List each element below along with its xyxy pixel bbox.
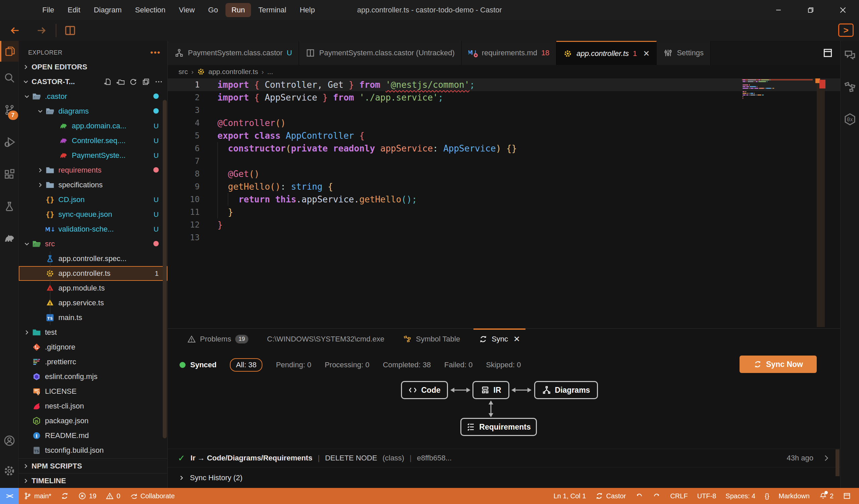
more-actions-icon[interactable] [155, 78, 163, 86]
tree-item-src[interactable]: src [19, 237, 167, 251]
statusbar-crlf[interactable]: CRLF [665, 488, 692, 504]
forward-arrow-icon[interactable] [35, 25, 47, 36]
menu-file[interactable]: File [36, 3, 60, 17]
code-line-11[interactable]: 11 } [168, 206, 840, 219]
sidebar-scrollbar[interactable] [163, 100, 167, 438]
minimap[interactable] [742, 79, 813, 101]
back-arrow-icon[interactable] [10, 25, 21, 36]
new-folder-icon[interactable] [117, 78, 124, 86]
tree-item-paymentsyste-[interactable]: PaymentSyste...U [19, 148, 167, 163]
sync-history-entry[interactable]: ✓ Ir → Code/Diagrams/Requirements | DELE… [168, 449, 840, 468]
tree-item-specifications[interactable]: specifications [19, 178, 167, 192]
menu-go[interactable]: Go [202, 3, 224, 17]
statusbar-markdown[interactable]: Markdown [774, 488, 814, 504]
hex-0x-icon[interactable]: 0x [843, 113, 857, 126]
terminal-prompt-button[interactable]: > [838, 23, 854, 37]
tree-item-readme-md[interactable]: iREADME.md [19, 428, 167, 443]
menu-terminal[interactable]: Terminal [252, 3, 292, 17]
tree-item-nest-cli-json[interactable]: nest-cli.json [19, 399, 167, 413]
menu-view[interactable]: View [173, 3, 201, 17]
tree-item-main-ts[interactable]: TSmain.ts [19, 310, 167, 325]
menu-diagram[interactable]: Diagram [88, 3, 127, 17]
tree-item-test[interactable]: test [19, 325, 167, 340]
symbol-flow-icon[interactable] [843, 80, 857, 94]
workspace-root-section[interactable]: CASTOR-T... [19, 74, 167, 89]
statusbar-spaces-4[interactable]: Spaces: 4 [721, 488, 760, 504]
statusbar--[interactable]: {} [760, 488, 774, 504]
menu-help[interactable]: Help [293, 3, 321, 17]
tree-item--prettierrc[interactable]: .prettierrc [19, 355, 167, 369]
panel-scrollbar[interactable] [835, 450, 840, 476]
activity-testing[interactable] [0, 190, 19, 222]
code-line-2[interactable]: 2import { AppService } from './app.servi… [168, 91, 840, 104]
statusbar-sync[interactable] [56, 488, 74, 504]
close-icon[interactable] [827, 0, 859, 20]
code-line-3[interactable]: 3 [168, 104, 840, 116]
new-file-icon[interactable] [104, 78, 112, 86]
remote-indicator[interactable]: >< [0, 488, 19, 504]
tree-item-app-domain-ca-[interactable]: app.domain.ca...U [19, 119, 167, 133]
tree-item-app-controller-spec-[interactable]: app.controller.spec... [19, 251, 167, 266]
minimize-icon[interactable] [762, 0, 795, 20]
code-line-8[interactable]: 8 @Get() [168, 168, 840, 180]
tree-item-tsconfig-build-json[interactable]: TStsconfig.build.json [19, 443, 167, 458]
close-icon[interactable]: ✕ [643, 49, 650, 58]
editor-tab-paymentsystem-class-castor-untracked-[interactable]: PaymentSystem.class.castor (Untracked) [299, 41, 462, 65]
code-line-6[interactable]: 6 constructor(private readonly appServic… [168, 142, 840, 155]
menu-edit[interactable]: Edit [61, 3, 86, 17]
editor-scrollbar[interactable] [817, 79, 825, 327]
code-line-1[interactable]: 1import { Controller, Get } from '@nestj… [168, 78, 840, 91]
statusbar-2[interactable]: 2 [814, 488, 838, 504]
statusbar-castor[interactable]: Castor [590, 488, 631, 504]
menu-selection[interactable]: Selection [129, 3, 172, 17]
activity-run-debug[interactable] [0, 126, 19, 158]
activity-search[interactable] [0, 62, 19, 94]
tree-item-validation-sche-[interactable]: M↓validation-sche...U [19, 222, 167, 237]
explorer-more-icon[interactable]: ••• [150, 48, 161, 57]
layout-columns-icon[interactable] [64, 24, 76, 37]
code-line-12[interactable]: 12} [168, 219, 840, 231]
npm-scripts-section[interactable]: NPM SCRIPTS [19, 458, 167, 473]
open-editors-section[interactable]: OPEN EDITORS [19, 60, 167, 74]
statusbar-utf-8[interactable]: UTF-8 [693, 488, 721, 504]
panel-tab-c-windows-system32-cmd-exe[interactable]: C:\WINDOWS\SYSTEM32\cmd.exe [258, 329, 394, 349]
flow-node-requirements[interactable]: Requirements [461, 418, 537, 436]
code-line-10[interactable]: 10 return this.appService.getHello(); [168, 193, 840, 206]
tree-item-cd-json[interactable]: {}CD.jsonU [19, 192, 167, 207]
activity-accounts[interactable] [0, 426, 19, 456]
breadcrumb-item[interactable]: src [179, 68, 188, 76]
editor-tab-requirements-md[interactable]: M↓requirements.md18 [462, 41, 557, 65]
tree-item-package-json[interactable]: JSpackage.json [19, 413, 167, 428]
code-line-4[interactable]: 4@Controller() [168, 116, 840, 129]
activity-source-control[interactable]: 7 [0, 94, 19, 126]
split-editor-icon[interactable] [822, 47, 833, 59]
menu-run[interactable]: Run [226, 3, 251, 17]
sync-now-button[interactable]: Sync Now [740, 356, 817, 373]
tree-item--gitignore[interactable]: .gitignore [19, 340, 167, 355]
tree-item-requirements[interactable]: requirements [19, 163, 167, 178]
timeline-section[interactable]: TIMELINE [19, 473, 167, 488]
panel-tab-symbol-table[interactable]: Symbol Table [394, 329, 469, 349]
breadcrumb-item[interactable]: ... [267, 68, 273, 76]
editor-tab-paymentsystem-class-castor[interactable]: PaymentSystem.class.castorU [168, 41, 299, 65]
statusbar-0[interactable]: 0 [101, 488, 125, 504]
collapse-all-icon[interactable] [142, 78, 150, 86]
panel-tab-problems[interactable]: Problems19 [178, 329, 258, 349]
breadcrumb-item[interactable]: app.controller.ts [208, 68, 258, 76]
tree-item-app-service-ts[interactable]: app.service.ts [19, 296, 167, 310]
activity-extensions[interactable] [0, 158, 19, 190]
refresh-icon[interactable] [129, 78, 137, 86]
statusbar-19[interactable]: 19 [74, 488, 101, 504]
flow-node-ir[interactable]: IR [472, 381, 509, 399]
tree-item-license[interactable]: LICENSE [19, 384, 167, 399]
tree-item-app-module-ts[interactable]: app.module.ts [19, 281, 167, 296]
close-icon[interactable]: ✕ [513, 334, 520, 344]
code-line-13[interactable]: 13 [168, 231, 840, 244]
sync-history-toggle[interactable]: Sync History (2) [178, 473, 242, 482]
editor-tab-app-controller-ts[interactable]: app.controller.ts1✕ [556, 41, 657, 65]
code-line-7[interactable]: 7 [168, 155, 840, 168]
tree-item--castor[interactable]: .castor [19, 89, 167, 104]
code-line-9[interactable]: 9 getHello(): string { [168, 180, 840, 193]
code-line-5[interactable]: 5export class AppController { [168, 129, 840, 142]
activity-settings[interactable] [0, 456, 19, 486]
